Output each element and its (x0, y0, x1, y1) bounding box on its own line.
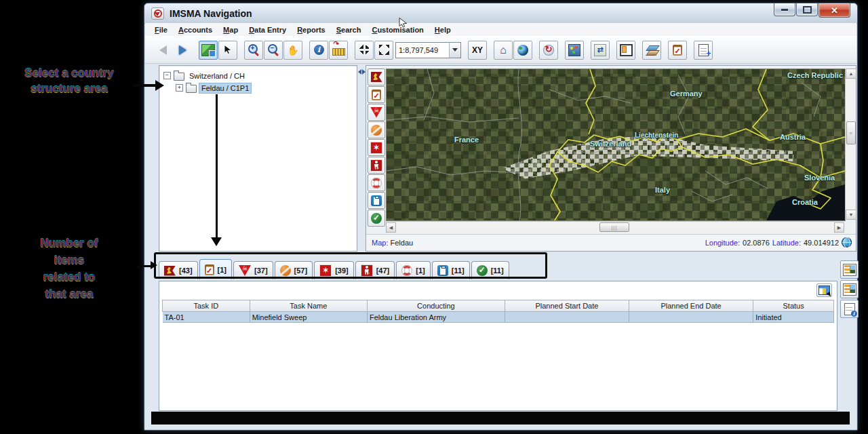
menu-data-entry[interactable]: Data Entry (243, 24, 292, 35)
task-checklist-button[interactable] (668, 41, 687, 60)
folder-icon (186, 85, 197, 93)
cell-planned-end[interactable] (629, 312, 753, 323)
menu-file[interactable]: File (149, 24, 173, 35)
scroll-right-button[interactable]: ▶ (834, 222, 844, 233)
collapse-icon[interactable] (163, 72, 171, 79)
info-button[interactable] (309, 41, 328, 60)
title-bar[interactable]: IMSMA Navigation (144, 3, 857, 24)
menu-customisation[interactable]: Customisation (366, 24, 429, 35)
map-vertical-scrollbar[interactable]: ▲ ≡ ▼ (845, 68, 856, 220)
tab-locations[interactable]: [43] (159, 261, 198, 279)
tab-quality[interactable]: [11] (471, 261, 509, 279)
collapse-left-icon[interactable] (358, 69, 361, 75)
longitude-label: Longitude: (705, 239, 740, 247)
cell-conducting[interactable]: Feldau Liberation Army (367, 312, 505, 323)
tab-victims[interactable]: [47] (355, 261, 395, 279)
tab-assistance[interactable]: [1] (396, 261, 430, 279)
split-pane-divider[interactable] (356, 65, 366, 250)
forward-button[interactable] (173, 41, 192, 60)
show-on-map-button[interactable] (840, 260, 859, 279)
tree-node-child[interactable]: Feldau / C1P1 (176, 82, 251, 94)
header-planned-start[interactable]: Planned Start Date (505, 300, 629, 312)
menu-reports[interactable]: Reports (292, 24, 331, 35)
header-task-name[interactable]: Task Name (250, 300, 367, 312)
table-header-row: Task ID Task Name Conducting Planned Sta… (163, 300, 834, 312)
scroll-down-button[interactable]: ▼ (846, 210, 856, 220)
show-list-button[interactable] (840, 280, 859, 298)
close-button[interactable] (818, 3, 850, 18)
refresh-map-button[interactable] (591, 41, 610, 60)
map-panel: France Switzerland Liechtenstein Germany… (366, 65, 856, 252)
cell-status[interactable]: Initiated (753, 312, 834, 323)
hazard-skull-icon (239, 265, 251, 276)
scroll-left-button[interactable]: ◀ (386, 222, 396, 233)
map-scale-input[interactable] (396, 43, 449, 58)
menu-help[interactable]: Help (429, 24, 456, 35)
map-horizontal-scrollbar[interactable]: ◀ ||| ▶ (386, 221, 844, 232)
minimize-button[interactable] (774, 3, 795, 16)
map-label-france: France (454, 136, 479, 144)
expand-icon[interactable] (176, 84, 183, 92)
vertical-scroll-thumb[interactable]: ≡ (846, 121, 856, 144)
full-extent-button[interactable] (374, 41, 393, 60)
annotation-line: related to (3, 269, 136, 285)
full-extent-icon (379, 45, 389, 55)
table-row-selected[interactable]: TA-01 Minefield Sweep Feldau Liberation … (163, 312, 834, 323)
map-canvas[interactable]: France Switzerland Liechtenstein Germany… (386, 68, 846, 221)
select-tool-button[interactable] (218, 41, 237, 60)
world-view-button[interactable] (513, 41, 532, 60)
victim-items-button[interactable] (368, 157, 385, 174)
tab-hazards[interactable]: [37] (233, 261, 273, 279)
measure-button[interactable] (329, 41, 348, 60)
tree-node-label[interactable]: Switzerland / CH (187, 71, 247, 81)
tab-hazard-reductions[interactable]: [57] (275, 261, 313, 279)
pan-button[interactable] (283, 41, 302, 60)
hazard-reduction-items-button[interactable] (368, 121, 385, 138)
back-arrow-icon (159, 45, 167, 55)
menu-map[interactable]: Map (218, 24, 243, 35)
zoom-in-button[interactable]: + (244, 41, 263, 60)
cell-task-name[interactable]: Minefield Sweep (250, 312, 367, 323)
data-window-button[interactable] (616, 41, 635, 60)
thematic-map-button[interactable] (565, 41, 584, 60)
layers-button[interactable] (642, 41, 661, 60)
record-info-button[interactable] (840, 300, 859, 318)
tab-accidents[interactable]: [39] (314, 261, 354, 279)
scale-dropdown-button[interactable] (449, 43, 460, 58)
header-status[interactable]: Status (753, 300, 834, 312)
assistance-items-button[interactable] (368, 174, 385, 191)
xy-coordinates-button[interactable]: XY (468, 41, 487, 60)
hazard-items-button[interactable] (368, 104, 385, 121)
zoom-world-extent-button[interactable] (539, 41, 558, 60)
back-button[interactable] (153, 41, 172, 60)
quality-items-button[interactable] (368, 210, 385, 226)
map-view-button[interactable] (199, 41, 218, 60)
cell-task-id[interactable]: TA-01 (163, 312, 250, 323)
tab-tasks[interactable]: [1] (199, 259, 232, 279)
table-side-buttons (840, 260, 859, 318)
new-record-button[interactable] (694, 41, 713, 60)
map-label-slovenia: Slovenia (804, 174, 835, 182)
zoom-to-selected-button[interactable] (355, 41, 374, 60)
tab-mre[interactable]: [11] (432, 261, 470, 279)
header-task-id[interactable]: Task ID (163, 300, 250, 312)
menu-accounts[interactable]: Accounts (173, 24, 218, 35)
column-chooser-button[interactable] (816, 283, 832, 297)
tab-count: [11] (491, 267, 504, 275)
projection-globe-icon[interactable] (842, 237, 852, 248)
home-view-button[interactable] (494, 41, 513, 60)
tree-node-label-selected[interactable]: Feldau / C1P1 (199, 83, 251, 93)
accident-items-button[interactable] (368, 139, 385, 156)
horizontal-scroll-thumb[interactable]: ||| (599, 222, 629, 232)
task-items-button[interactable] (368, 86, 385, 103)
tree-node-root[interactable]: Switzerland / CH (163, 70, 247, 81)
zoom-out-button[interactable]: − (264, 41, 283, 60)
maximize-button[interactable] (796, 3, 818, 16)
scroll-up-button[interactable]: ▲ (846, 68, 856, 79)
header-conducting[interactable]: Conducting (367, 300, 505, 312)
menu-search[interactable]: Search (331, 24, 367, 35)
mre-items-button[interactable] (368, 192, 385, 209)
location-items-button[interactable] (368, 68, 385, 85)
header-planned-end[interactable]: Planned End Date (629, 300, 753, 312)
cell-planned-start[interactable] (505, 312, 629, 323)
